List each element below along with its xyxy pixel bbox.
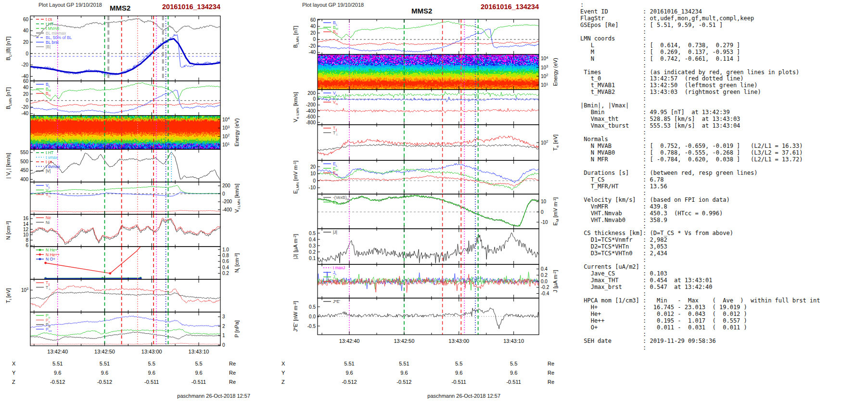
panel-elmn [318, 160, 539, 194]
panel-em [318, 194, 539, 229]
svg-text:-0.511: -0.511 [191, 379, 206, 385]
svg-text:0.8: 0.8 [222, 253, 229, 258]
svg-text:3: 3 [222, 314, 225, 319]
svg-text:12: 12 [23, 227, 29, 232]
svg-text:104: 104 [541, 55, 548, 62]
svg-text:8: 8 [26, 237, 28, 243]
svg-text:-10: -10 [309, 185, 316, 190]
svg-text:t cs: t cs [46, 159, 52, 164]
svg-text:5.51: 5.51 [100, 361, 110, 366]
svg-text:Energy (eV): Energy (eV) [552, 58, 558, 86]
mid-plot-canvas: 6040200-20-40BLMN [nT]BLBMBN104103102101… [262, 0, 580, 405]
panel-p [30, 312, 220, 346]
svg-text:103: 103 [222, 125, 230, 131]
panel-jmag [318, 229, 539, 264]
svg-text:0.1: 0.1 [309, 256, 316, 261]
svg-text:BLMN [nT]: BLMN [nT] [5, 87, 13, 109]
panel-nminor [44, 242, 168, 280]
svg-text:40: 40 [23, 28, 29, 33]
svg-text:9.6: 9.6 [148, 370, 155, 376]
svg-text:0.2: 0.2 [541, 273, 548, 278]
svg-text:9.6: 9.6 [195, 370, 202, 376]
svg-text:101: 101 [541, 82, 548, 88]
svg-text:-800: -800 [306, 120, 316, 125]
svg-text:0: 0 [313, 96, 316, 102]
svg-text:0.6: 0.6 [222, 259, 229, 264]
svg-text:t HT: t HT [46, 22, 53, 26]
svg-text:X: X [281, 361, 285, 366]
svg-text:-0.4: -0.4 [541, 291, 549, 296]
svg-text:-0.512: -0.512 [97, 379, 112, 385]
svg-text:Re: Re [229, 370, 236, 376]
svg-text:200: 200 [222, 183, 230, 188]
svg-text:60: 60 [23, 78, 29, 84]
svg-text:9.6: 9.6 [510, 370, 517, 376]
svg-text:X: X [12, 361, 16, 366]
svg-text:102: 102 [222, 133, 230, 139]
svg-text:0: 0 [313, 178, 316, 183]
svg-text:1.0: 1.0 [222, 247, 229, 252]
svg-text:-0.2: -0.2 [541, 285, 549, 290]
panel-ti [30, 279, 220, 312]
panel-te [318, 125, 539, 160]
svg-text:Re: Re [548, 361, 554, 366]
svg-text:Re: Re [548, 379, 554, 385]
svg-text:103: 103 [21, 287, 28, 293]
svg-text:20: 20 [310, 164, 316, 170]
svg-text:0.5: 0.5 [309, 304, 316, 310]
svg-text:t HT: t HT [46, 150, 53, 155]
svg-text:0: 0 [222, 191, 225, 196]
svg-text:13:43:10: 13:43:10 [189, 349, 209, 354]
svg-text:0: 0 [26, 98, 28, 103]
svg-text:-200: -200 [306, 102, 316, 107]
svg-text:5.51: 5.51 [52, 361, 63, 366]
mms-analysis-screen: Plot Layout GP 19/10/2018 MMS2 20161016_… [0, 0, 868, 405]
info-panel: : Event ID : 20161016_134234 FlagStr : o… [580, 2, 820, 352]
svg-text:| Vi | [km/s]: | Vi | [km/s] [5, 153, 13, 178]
svg-text:60: 60 [310, 17, 316, 23]
panel-ve [318, 90, 539, 125]
svg-text:EM: EM [333, 200, 338, 206]
svg-text:Vi LMN [km/s]: Vi LMN [km/s] [234, 183, 241, 212]
svg-text:-40: -40 [309, 50, 316, 55]
svg-text:t cs: t cs [46, 17, 52, 22]
svg-text:J*E' [nW m-3]: J*E' [nW m-3] [293, 301, 299, 332]
svg-text:102: 102 [541, 139, 548, 145]
svg-text:N He++: N He++ [46, 252, 60, 257]
panel-ispec [30, 116, 220, 149]
svg-text:Ne: Ne [46, 215, 51, 220]
svg-text:t maxJ: t maxJ [333, 265, 345, 270]
svg-text:20: 20 [310, 30, 316, 36]
svg-text:60: 60 [23, 17, 29, 22]
svg-text:13:42:50: 13:42:50 [94, 349, 115, 354]
svg-text:BL,|B| [nT]: BL,|B| [nT] [5, 37, 13, 61]
svg-text:10: 10 [23, 232, 29, 237]
svg-text:EM [mV m-1]: EM [mV m-1] [552, 197, 560, 226]
svg-text:Z: Z [281, 379, 285, 385]
svg-text:-0.512: -0.512 [342, 379, 357, 385]
svg-text:BL minmax: BL minmax [46, 31, 66, 36]
svg-text:BL, 50% of BL: BL, 50% of BL [46, 35, 72, 40]
svg-text:9.6: 9.6 [455, 370, 462, 376]
svg-text:-0.512: -0.512 [50, 379, 65, 385]
svg-text:Z: Z [12, 379, 15, 385]
svg-text:16: 16 [23, 216, 29, 221]
svg-text:N He+: N He+ [46, 248, 57, 252]
middle-plot: Plot layout GP 19/10/2018 MMS2 20161016_… [262, 0, 580, 405]
svg-text:N [cm-3]: N [cm-3] [5, 221, 12, 240]
svg-text:Ni [cm-3]: Ni [cm-3] [234, 253, 241, 273]
svg-text:J*E': J*E' [333, 299, 340, 304]
svg-text:0.2: 0.2 [222, 271, 229, 276]
svg-text:104: 104 [222, 116, 230, 122]
svg-text:-400: -400 [306, 108, 316, 114]
svg-text:10: 10 [541, 199, 547, 204]
svg-text:0: 0 [222, 342, 225, 348]
svg-text:J [µA m-2]: J [µA m-2] [552, 270, 559, 293]
svg-text:5.5: 5.5 [510, 361, 517, 366]
svg-text:103: 103 [541, 64, 548, 70]
svg-text:40: 40 [23, 85, 29, 90]
svg-text:0.4: 0.4 [309, 237, 316, 242]
svg-text:0.2: 0.2 [309, 249, 316, 255]
svg-text:-0.511: -0.511 [144, 379, 159, 385]
svg-text:-20: -20 [22, 105, 29, 110]
